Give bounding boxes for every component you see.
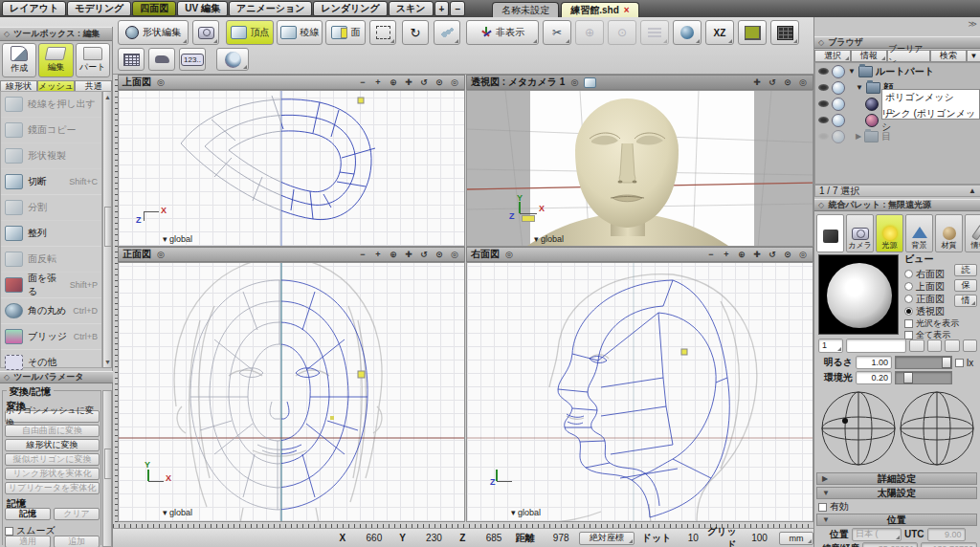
pan-icon[interactable]: ✚ xyxy=(751,77,763,87)
zoom-tool-icon[interactable]: ⊙ xyxy=(434,250,445,259)
sun-settings-bar[interactable]: ▼ 太陽設定 xyxy=(816,487,977,499)
utc-field[interactable]: 9.00 xyxy=(927,528,966,541)
viewport-persp-canvas[interactable]: Y X Z ▾ global xyxy=(466,90,813,247)
coordinate-mode-dropdown[interactable]: 絶対座標 xyxy=(579,532,635,545)
workspace-tab-modeling[interactable]: モデリング xyxy=(67,1,131,16)
world-coordinate-button[interactable] xyxy=(673,20,702,45)
tool-round-corner[interactable]: 角の丸めCtrl+D xyxy=(1,298,101,324)
coordinate-space-label[interactable]: ▾ global xyxy=(163,234,192,244)
param-scrollbar[interactable] xyxy=(102,390,112,547)
workspace-tab-rendering[interactable]: レンダリング xyxy=(313,1,387,16)
radio-front-view[interactable] xyxy=(904,295,913,303)
zoom-out-icon[interactable]: − xyxy=(357,77,368,87)
browser-menu-icon[interactable]: ▼ xyxy=(967,50,980,62)
longitude-field[interactable]: 139.76736 xyxy=(921,542,977,547)
brightness-slider[interactable] xyxy=(895,356,952,369)
zoom-in-icon[interactable]: + xyxy=(372,250,384,259)
workspace-tab-animation[interactable]: アニメーション xyxy=(229,1,312,16)
viewport-persp-header[interactable]: 透視図 : メタカメラ 1 ◎ ✚ ↺ ⊙ ◎ xyxy=(466,75,813,90)
pan-icon[interactable]: ✚ xyxy=(403,77,414,87)
camera-tool-button[interactable] xyxy=(192,20,219,45)
unit-dropdown[interactable]: mm xyxy=(779,532,813,545)
target-icon[interactable]: ◎ xyxy=(568,77,580,87)
target-icon[interactable]: ◎ xyxy=(503,250,515,259)
camera-view-icon[interactable]: ◎ xyxy=(797,77,809,87)
select-toggle-icon[interactable] xyxy=(832,98,845,111)
document-tab-untitled[interactable]: 名称未設定 xyxy=(492,2,559,17)
camera-view-icon[interactable]: ◎ xyxy=(449,250,460,259)
expand-icon[interactable]: ▶ xyxy=(856,132,861,141)
country-dropdown[interactable]: 日本 ( xyxy=(852,528,902,541)
select-toggle-icon[interactable] xyxy=(832,114,845,127)
tool-bridge[interactable]: ブリッジCtrl+B xyxy=(1,324,101,350)
close-tab-icon[interactable]: × xyxy=(624,5,630,15)
read-button[interactable]: 読 xyxy=(954,264,977,276)
tool-align[interactable]: 整列 xyxy=(1,221,101,247)
toolbox-tab-part[interactable]: パート xyxy=(76,43,110,77)
shaded-mode-icon[interactable] xyxy=(584,77,596,88)
shape-edit-mode-button[interactable]: 形状編集 xyxy=(118,20,189,45)
radio-top-view[interactable] xyxy=(904,282,913,291)
coordinate-space-label[interactable]: ▾ global xyxy=(534,234,564,244)
zoom-tool-icon[interactable]: ⊙ xyxy=(782,77,793,87)
viewport-right-canvas[interactable]: Z ▾ global xyxy=(466,262,813,522)
tool-cut[interactable]: 切断Shift+C xyxy=(1,169,101,195)
browser-tab-select[interactable]: 選択 xyxy=(814,50,851,62)
target-icon[interactable]: ◎ xyxy=(155,77,167,87)
target-icon[interactable]: ◎ xyxy=(155,250,167,259)
position-bar[interactable]: ▼ 位置 xyxy=(816,514,977,526)
four-pane-layout-button[interactable] xyxy=(738,20,767,45)
tree-item-link[interactable]: リンク (ポリゴンメッシ xyxy=(815,112,980,128)
zoom-out-icon[interactable]: − xyxy=(705,250,717,259)
select-toggle-icon[interactable] xyxy=(832,130,845,143)
info-button[interactable]: 情 xyxy=(954,295,977,307)
coordinate-space-label[interactable]: ▾ global xyxy=(511,508,541,517)
browser-tab-search[interactable]: 検索 xyxy=(930,50,967,62)
zoom-in-icon[interactable]: + xyxy=(721,250,732,259)
convert-to-polygon-button[interactable]: ポリゴンメッシュに変換 xyxy=(5,410,100,423)
palette-tab-light[interactable]: 光源 xyxy=(876,214,903,252)
toolbox-tab-create[interactable]: 作成 xyxy=(2,43,36,77)
face-mode-button[interactable]: 面 xyxy=(325,20,366,45)
hide-mode-button[interactable]: 非表示 xyxy=(466,20,539,45)
rotate-view-icon[interactable]: ↺ xyxy=(418,250,430,259)
memory-button[interactable]: 記憶 xyxy=(5,508,51,520)
fit-view-icon[interactable]: ⊕ xyxy=(388,77,399,87)
numeric-input-button[interactable]: 123.. xyxy=(179,48,206,71)
enable-checkbox[interactable] xyxy=(818,503,827,512)
document-tab-active[interactable]: 練習館.shd × xyxy=(561,2,638,17)
zoom-tool-icon[interactable]: ⊙ xyxy=(434,77,445,87)
scrollbar-thumb[interactable] xyxy=(104,207,112,247)
viewport-top-canvas[interactable]: X Z ▾ global xyxy=(118,90,465,247)
palette-tab-background[interactable]: 背景 xyxy=(905,214,933,252)
camera-view-icon[interactable]: ◎ xyxy=(449,77,460,87)
numeric-table-button[interactable] xyxy=(118,48,145,71)
visibility-eye-icon[interactable] xyxy=(818,68,829,75)
save-button[interactable]: 保 xyxy=(954,279,977,292)
smooth-checkbox[interactable] xyxy=(5,527,13,536)
tree-item-rootpart[interactable]: ▼ ルートパート xyxy=(815,63,980,79)
light-direction-dot[interactable] xyxy=(842,418,848,424)
convert-to-lineshape-button[interactable]: 線形状に変換 xyxy=(5,439,100,451)
grid-layout-button[interactable] xyxy=(770,20,799,45)
palette-tab-info[interactable]: 情報 xyxy=(965,214,980,252)
vertex-mode-button[interactable]: 頂点 xyxy=(226,20,274,45)
ambient-field[interactable]: 0.20 xyxy=(856,371,892,384)
light-name-input[interactable] xyxy=(846,339,906,353)
light-direction-spheres[interactable] xyxy=(818,388,977,469)
zoom-in-icon[interactable]: + xyxy=(372,77,384,87)
pan-icon[interactable]: ✚ xyxy=(751,250,763,259)
scrollbar-thumb[interactable] xyxy=(104,449,112,479)
xz-plane-button[interactable]: XZ xyxy=(705,20,734,45)
slider-handle[interactable] xyxy=(942,357,951,368)
toolbox-header[interactable]: ◇ ツールボックス : 編集 xyxy=(0,27,112,41)
browser-tab-boolean[interactable]: ブーリアン xyxy=(887,50,930,62)
zoom-tool-icon[interactable]: ⊙ xyxy=(782,250,793,259)
workspace-remove-button[interactable]: − xyxy=(450,1,465,16)
fit-view-icon[interactable]: ⊕ xyxy=(736,250,747,259)
lx-checkbox[interactable] xyxy=(955,359,964,367)
tool-parameter-header[interactable]: ◇ ツールパラメータ xyxy=(0,371,113,383)
expand-icon[interactable]: ▼ xyxy=(856,83,863,92)
coordinate-space-label[interactable]: ▾ global xyxy=(163,508,192,517)
pan-icon[interactable]: ✚ xyxy=(403,250,414,259)
